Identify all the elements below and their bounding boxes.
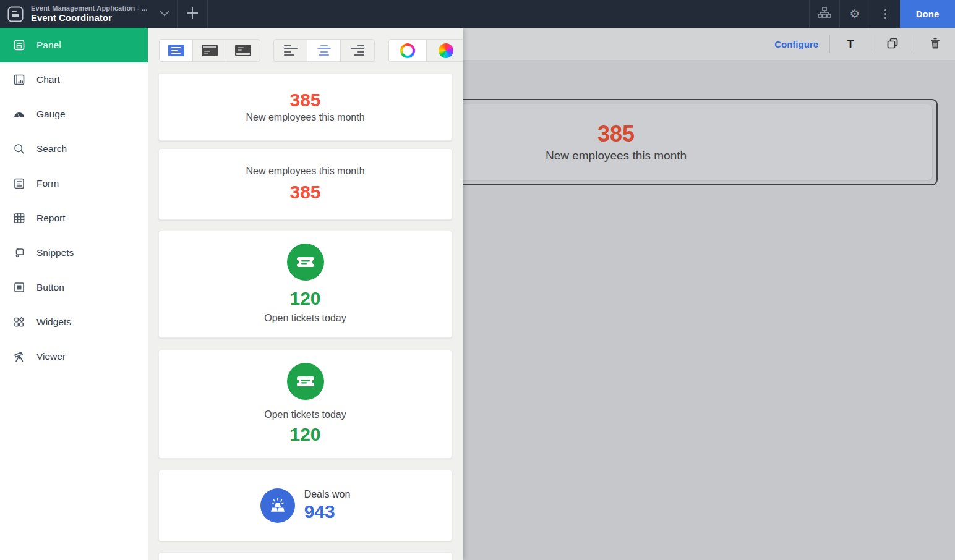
form-icon [12,177,26,190]
app-title-block[interactable]: Event Management Application - ... Event… [31,4,152,23]
panel-value: 385 [597,122,635,146]
sidebar-item-snippets[interactable]: Snippets [0,235,148,270]
panel-template-label-value[interactable]: New employees this month 385 [158,148,452,220]
app-root: Event Management Application - ... Event… [0,0,955,560]
color-filled-wheel-button[interactable] [427,40,463,61]
style-header-top-icon [202,45,218,56]
plus-icon [186,6,199,22]
sidebar-item-viewer[interactable]: Viewer [0,339,148,374]
gauge-icon [12,108,26,121]
gold-bars-icon [260,488,295,523]
add-tab-button[interactable] [178,0,207,28]
app-title: Event Coordinator [31,13,152,23]
panel-template-value: 120 [289,288,320,310]
sidebar-item-label: Widgets [36,316,71,328]
duplicate-button[interactable] [883,37,902,51]
panel-template-value: 385 [289,90,320,111]
gallery-toolbar [159,39,463,62]
sidebar-item-gauge[interactable]: Gauge [0,97,148,132]
search-icon [12,142,26,156]
configure-button[interactable]: Configure [774,39,818,49]
settings-button[interactable]: ⚙ [840,0,870,28]
title-dropdown-button[interactable] [152,0,177,28]
panel-template-value: 385 [289,182,320,203]
chevron-down-icon [159,9,170,19]
ticket-icon [287,363,324,400]
copy-icon [886,37,899,51]
sidebar-item-panel[interactable]: Panel [0,28,148,62]
sidebar-item-search[interactable]: Search [0,132,148,166]
align-center-button[interactable] [307,40,341,61]
sidebar-item-chart[interactable]: Chart [0,62,148,97]
style-filled-card-button[interactable] [160,40,193,61]
toolbar-divider [914,35,914,53]
text-style-button[interactable]: T [841,38,860,51]
panel-icon [12,38,26,52]
org-chart-icon [818,7,831,21]
kebab-menu-icon [884,9,886,19]
align-right-icon [351,45,364,56]
align-options-group [273,39,375,62]
sidebar-item-label: Chart [36,74,60,85]
widgets-icon [12,315,26,329]
header-divider [207,0,208,28]
style-options-group [159,39,260,62]
chart-icon [12,73,26,87]
app-subtitle: Event Management Application - ... [31,4,152,12]
toolbar-divider [829,35,830,53]
style-header-top-button[interactable] [193,40,226,61]
align-left-icon [284,45,298,56]
toolbar-divider [871,35,871,53]
sidebar-item-label: Form [36,178,59,189]
sidebar-item-report[interactable]: Report [0,201,148,235]
report-icon [12,211,26,225]
align-right-button[interactable] [341,40,374,61]
button-icon [12,281,26,294]
style-header-bottom-icon [235,45,251,56]
color-filled-wheel-icon [439,43,453,58]
color-options-group [388,39,463,62]
style-header-bottom-button[interactable] [226,40,260,61]
panel-gallery-flyout: 385 New employees this month New employe… [148,28,463,560]
panel-template-icon-label-value[interactable]: Open tickets today 120 [158,350,452,459]
panel-template-label: Open tickets today [264,312,346,325]
done-button[interactable]: Done [900,0,955,28]
panel-template-label: Open tickets today [264,409,346,422]
viewer-icon [12,350,26,363]
snippets-icon [12,246,26,260]
gear-icon: ⚙ [849,8,860,20]
trash-icon [930,37,941,51]
sidebar-item-label: Report [36,213,66,224]
panel-template-icon-side[interactable]: Deals won 943 [158,470,452,541]
panel-template-label: New employees this month [246,111,364,124]
more-options-button[interactable] [870,0,900,28]
sidebar-item-label: Viewer [36,351,66,362]
align-center-icon [317,45,331,56]
ticket-icon [287,244,324,281]
panel-template-label: Deals won [304,488,351,501]
panel-template-value: 120 [289,424,320,446]
app-logo-icon [0,6,31,22]
sidebar-item-label: Snippets [36,247,74,258]
app-header: Event Management Application - ... Event… [0,0,955,28]
component-sidebar: Panel Chart Ga [0,28,148,560]
color-outline-wheel-icon [400,43,415,58]
panel-template-partial[interactable] [158,552,452,560]
sidebar-item-label: Gauge [36,109,66,120]
org-chart-button[interactable] [810,0,839,28]
align-left-button[interactable] [274,40,307,61]
sidebar-item-widgets[interactable]: Widgets [0,305,148,339]
sidebar-item-label: Search [36,143,67,155]
delete-button[interactable] [925,37,945,51]
color-outline-wheel-button[interactable] [389,40,427,61]
sidebar-item-label: Button [36,282,64,293]
sidebar-item-button[interactable]: Button [0,270,148,305]
sidebar-item-label: Panel [36,40,61,51]
panel-template-icon-value-label[interactable]: 120 Open tickets today [158,231,452,338]
sidebar-item-form[interactable]: Form [0,166,148,201]
panel-label: New employees this month [546,149,687,163]
panel-template-value: 943 [304,501,335,523]
panel-template-value-label[interactable]: 385 New employees this month [158,73,452,141]
panel-template-label: New employees this month [246,165,364,178]
style-filled-card-icon [168,45,184,56]
